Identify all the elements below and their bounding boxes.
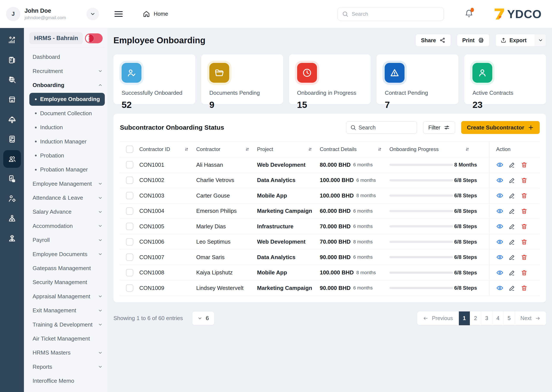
row-checkbox[interactable] — [126, 269, 133, 276]
view-action-icon[interactable] — [496, 284, 503, 292]
sidebar-item-dashboard[interactable]: Dashboard — [29, 50, 105, 64]
delete-action-icon[interactable] — [521, 223, 528, 230]
delete-action-icon[interactable] — [521, 254, 528, 261]
rail-item-analytics-person[interactable] — [0, 30, 24, 50]
sidebar-item-appraisal-management[interactable]: Appraisal Management — [29, 289, 105, 303]
create-subcontractor-button[interactable]: Create Subcontractor — [461, 121, 540, 134]
sidebar-item-document-collection[interactable]: Document Collection — [29, 106, 105, 120]
delete-action-icon[interactable] — [521, 208, 528, 215]
row-checkbox[interactable] — [126, 161, 133, 168]
page-size-select[interactable]: 6 — [192, 312, 214, 325]
sidebar-item-exit-management[interactable]: Exit Management — [29, 303, 105, 317]
select-all-checkbox[interactable] — [126, 146, 133, 153]
row-checkbox[interactable] — [126, 223, 133, 230]
sidebar-item-employee-onboarding[interactable]: Employee Onboarding — [29, 93, 105, 106]
edit-action-icon[interactable] — [509, 254, 516, 261]
page-5[interactable]: 5 — [503, 311, 515, 325]
sort-icon[interactable] — [377, 147, 382, 152]
rail-item-report-person[interactable] — [0, 129, 24, 149]
delete-action-icon[interactable] — [521, 161, 528, 168]
row-checkbox[interactable] — [126, 207, 133, 215]
hamburger-menu-icon[interactable] — [115, 11, 123, 17]
sidebar-item-interoffice-memo[interactable]: Interoffice Memo — [29, 374, 105, 388]
row-checkbox[interactable] — [126, 192, 133, 199]
sidebar-item-hrms-masters[interactable]: HRMS Masters — [29, 346, 105, 360]
page-3[interactable]: 3 — [481, 311, 492, 325]
table-search-input[interactable] — [346, 121, 417, 134]
sort-icon[interactable] — [308, 147, 312, 152]
sidebar-item-salary-advance[interactable]: Salary Advance — [29, 205, 105, 219]
user-menu-button[interactable] — [86, 8, 99, 20]
previous-page-button[interactable]: Previous — [417, 311, 459, 325]
edit-action-icon[interactable] — [509, 285, 516, 291]
page-4[interactable]: 4 — [492, 311, 503, 325]
rail-item-user-laptop[interactable] — [0, 209, 24, 228]
rail-item-storefront[interactable] — [0, 90, 24, 109]
edit-action-icon[interactable] — [509, 177, 516, 184]
notifications-button[interactable] — [465, 9, 473, 19]
sidebar-item-employee-documents[interactable]: Employee Documents — [29, 247, 105, 261]
page-2[interactable]: 2 — [470, 311, 481, 325]
rail-item-document-chart[interactable] — [0, 169, 24, 189]
filter-button[interactable]: Filter — [423, 121, 455, 134]
region-toggle[interactable] — [85, 33, 103, 43]
delete-action-icon[interactable] — [521, 177, 528, 184]
view-action-icon[interactable] — [496, 192, 503, 199]
edit-action-icon[interactable] — [509, 208, 516, 215]
home-nav[interactable]: Home — [143, 10, 168, 18]
delete-action-icon[interactable] — [521, 238, 528, 245]
sidebar-item-employee-management[interactable]: Employee Management — [29, 177, 105, 191]
delete-action-icon[interactable] — [521, 192, 528, 199]
edit-action-icon[interactable] — [509, 223, 516, 230]
rail-item-hard-hat[interactable] — [0, 109, 24, 129]
avatar[interactable]: J — [6, 7, 20, 21]
sidebar-item-attendance-leave[interactable]: Attendance & Leave — [29, 191, 105, 205]
sidebar-item-onboarding[interactable]: Onboarding — [29, 78, 105, 92]
sidebar-item-gatepass-management[interactable]: Gatepass Management — [29, 261, 105, 275]
sidebar-item-probation-manager[interactable]: Probation Manager — [29, 163, 105, 177]
search-input[interactable] — [338, 7, 444, 21]
rail-item-team[interactable] — [0, 149, 24, 169]
row-checkbox[interactable] — [126, 284, 133, 292]
sort-icon[interactable] — [184, 147, 189, 152]
sidebar-item-induction-manager[interactable]: Induction Manager — [29, 134, 105, 148]
view-action-icon[interactable] — [496, 269, 503, 276]
edit-action-icon[interactable] — [509, 238, 516, 245]
view-action-icon[interactable] — [496, 253, 503, 261]
rail-item-globe-search[interactable] — [0, 70, 24, 90]
sidebar-item-document-management[interactable]: Document Management — [29, 388, 105, 392]
row-checkbox[interactable] — [126, 253, 133, 261]
page-1[interactable]: 1 — [459, 311, 470, 325]
print-button[interactable]: Print — [457, 34, 489, 47]
edit-action-icon[interactable] — [509, 192, 516, 199]
row-checkbox[interactable] — [126, 177, 133, 184]
sidebar-item-air-ticket-management[interactable]: Air Ticket Management — [29, 332, 105, 346]
edit-action-icon[interactable] — [509, 269, 516, 276]
rail-item-security-guard[interactable] — [0, 228, 24, 248]
row-checkbox[interactable] — [126, 238, 133, 245]
view-action-icon[interactable] — [496, 161, 503, 168]
view-action-icon[interactable] — [496, 223, 503, 230]
sidebar-item-payroll[interactable]: Payroll — [29, 233, 105, 247]
sidebar-item-induction[interactable]: Induction — [29, 120, 105, 134]
sidebar-item-training-development[interactable]: Training & Development — [29, 317, 105, 331]
export-dropdown-caret[interactable] — [535, 34, 546, 46]
rail-item-checklist-clipboard[interactable] — [0, 50, 24, 70]
sidebar-item-reports[interactable]: Reports — [29, 360, 105, 374]
view-action-icon[interactable] — [496, 238, 503, 245]
share-button[interactable]: Share — [416, 34, 451, 47]
sidebar-item-security-management[interactable]: Security Management — [29, 275, 105, 289]
export-button[interactable]: Export — [495, 34, 546, 47]
sort-icon[interactable] — [465, 147, 470, 152]
edit-action-icon[interactable] — [509, 161, 516, 168]
delete-action-icon[interactable] — [521, 285, 528, 291]
delete-action-icon[interactable] — [521, 269, 528, 276]
view-action-icon[interactable] — [496, 177, 503, 184]
sort-icon[interactable] — [245, 147, 250, 152]
next-page-button[interactable]: Next — [515, 311, 546, 325]
rail-item-user-settings[interactable] — [0, 189, 24, 209]
sidebar-item-probation[interactable]: Probation — [29, 149, 105, 163]
view-action-icon[interactable] — [496, 207, 503, 215]
sidebar-item-recruitment[interactable]: Recruitment — [29, 64, 105, 78]
sidebar-item-accommodation[interactable]: Accommodation — [29, 219, 105, 233]
